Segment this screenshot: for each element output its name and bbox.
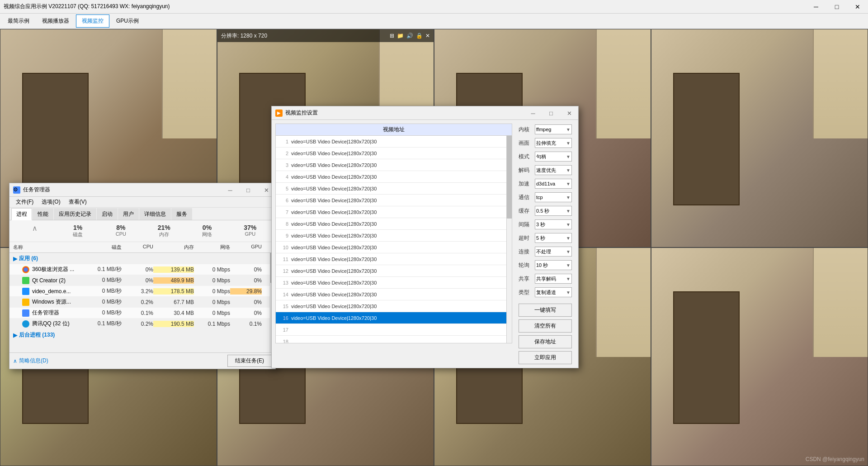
setting-select-render[interactable]: 拉伸填充 ▼ [535, 138, 572, 148]
save-address-button[interactable]: 保存地址 [519, 335, 572, 348]
tm-tab-app-history[interactable]: 应用历史记录 [54, 208, 96, 220]
tm-tab-services[interactable]: 服务 [171, 208, 192, 220]
table-header: 名称 磁盘 CPU 内存 网络 GPU [9, 242, 275, 253]
url-row-17[interactable]: 17 [276, 324, 512, 336]
setting-row-share: 共享 共享解码 ▼ [519, 273, 572, 285]
url-row-2[interactable]: 2 video=USB Video Device|1280x720|30 [276, 147, 512, 159]
col-cpu[interactable]: CPU [122, 244, 153, 251]
url-row-10[interactable]: 10 video=USB Video Device|1280x720|30 [276, 242, 512, 253]
close-button[interactable]: ✕ [847, 0, 868, 14]
col-disk[interactable]: 磁盘 [85, 244, 122, 251]
protocol-value: tcp [536, 195, 543, 200]
col-network[interactable]: 网络 [194, 244, 230, 251]
icon-close-video[interactable]: ✕ [425, 33, 430, 39]
poll-value: 10 秒 [536, 262, 548, 269]
url-row-8[interactable]: 8 video=USB Video Device|1280x720|30 [276, 218, 512, 230]
table-row[interactable]: 360极速浏览器 ... 0.1 MB/秒 0% 139.4 MB 0 Mbps… [9, 264, 275, 275]
url-row-7[interactable]: 7 video=USB Video Device|1280x720|30 [276, 206, 512, 218]
url-scrollbar[interactable] [506, 136, 512, 343]
table-row[interactable]: video_demo.e... 0 MB/秒 3.2% 178.5 MB 0 M… [9, 286, 275, 297]
setting-select-type[interactable]: 复制通道 ▼ [535, 287, 572, 297]
table-row[interactable]: Windows 资源... 0 MB/秒 0.2% 67.7 MB 0 Mbps… [9, 297, 275, 308]
explorer-label: Windows 资源... [32, 298, 71, 306]
setting-select-protocol[interactable]: tcp ▼ [535, 192, 572, 202]
url-table[interactable]: 1 video=USB Video Device|1280x720|30 2 v… [275, 135, 512, 343]
url-row-16[interactable]: 16 video=USB Video Device|1280x720|30 [276, 312, 512, 324]
video-cell-8[interactable] [651, 247, 868, 466]
tm-tab-users[interactable]: 用户 [118, 208, 139, 220]
url-row-14[interactable]: 14 video=USB Video Device|1280x720|30 [276, 289, 512, 300]
table-row[interactable]: Qt Creator (2) 0 MB/秒 0% 489.9 MB 0 Mbps… [9, 275, 275, 286]
url-row-12[interactable]: 12 video=USB Video Device|1280x720|30 [276, 265, 512, 277]
setting-select-interval[interactable]: 3 秒 ▼ [535, 219, 572, 229]
col-memory[interactable]: 内存 [153, 244, 194, 251]
stat-network: 0% 网络 [185, 223, 228, 239]
tm-tab-startup[interactable]: 启动 [97, 208, 118, 220]
dialog-close-button[interactable]: ✕ [560, 106, 578, 120]
cpu-value: 8% [101, 224, 141, 231]
tm-menu-file[interactable]: 文件(F) [12, 197, 37, 207]
setting-select-mode[interactable]: 句柄 ▼ [535, 152, 572, 162]
setting-select-share[interactable]: 共享解码 ▼ [535, 274, 572, 284]
tm-menu-view[interactable]: 查看(V) [65, 197, 90, 207]
cpu-label: CPU [101, 231, 141, 237]
url-scrollbar-thumb[interactable] [507, 136, 512, 219]
url-row-1[interactable]: 1 video=USB Video Device|1280x720|30 [276, 136, 512, 147]
video-cell-4[interactable] [651, 29, 868, 247]
memory-label: 内存 [144, 231, 184, 238]
tm-tab-performance[interactable]: 性能 [33, 208, 53, 220]
tab-gpu-example[interactable]: GPU示例 [110, 14, 145, 28]
icon-lock[interactable]: 🔒 [416, 33, 423, 39]
icon-folder[interactable]: 📁 [397, 33, 404, 39]
dialog-minimize-button[interactable]: ─ [524, 106, 542, 120]
url-row-13[interactable]: 13 video=USB Video Device|1280x720|30 [276, 277, 512, 289]
app-group-header[interactable]: ▶ 应用 (6) [9, 253, 275, 264]
maximize-button[interactable]: □ [826, 0, 847, 14]
tm-tab-process[interactable]: 进程 [11, 208, 32, 220]
url-row-5[interactable]: 5 video=USB Video Device|1280x720|30 [276, 183, 512, 195]
url-row-9[interactable]: 9 video=USB Video Device|1280x720|30 [276, 230, 512, 242]
col-gpu[interactable]: GPU [230, 244, 262, 251]
icon-sound[interactable]: 🔊 [406, 33, 413, 39]
gpu-value: 37% [231, 224, 270, 231]
setting-select-accel[interactable]: d3d11va ▼ [535, 179, 572, 189]
url-row-6[interactable]: 6 video=USB Video Device|1280x720|30 [276, 195, 512, 206]
tm-tab-details[interactable]: 详细信息 [139, 208, 171, 220]
url-row-11[interactable]: 11 video=USB Video Device|1280x720|30 [276, 253, 512, 265]
clear-all-button[interactable]: 清空所有 [519, 319, 572, 333]
url-row-18[interactable]: 18 [276, 336, 512, 343]
tm-maximize-button[interactable]: □ [239, 183, 257, 197]
process-scroll-area[interactable]: ▶ 应用 (6) 360极速浏览器 ... 0.1 MB/秒 0% 139.4 … [9, 253, 275, 352]
one-click-fill-button[interactable]: 一键填写 [519, 304, 572, 317]
chrome-cpu: 0% [122, 266, 153, 273]
setting-select-kernel[interactable]: ffmpeg ▼ [535, 124, 572, 134]
minimize-button[interactable]: ─ [806, 0, 826, 14]
tab-video-monitor[interactable]: 视频监控 [76, 14, 109, 28]
url-row-4[interactable]: 4 video=USB Video Device|1280x720|30 [276, 171, 512, 183]
table-row[interactable]: 任务管理器 0 MB/秒 0.1% 30.4 MB 0 Mbps 0% [9, 308, 275, 319]
tm-minimize-button[interactable]: ─ [221, 183, 239, 197]
task-manager-controls: ─ □ ✕ [221, 183, 275, 197]
url-num-10: 10 [278, 245, 288, 250]
icon-fullscreen[interactable]: ⊞ [390, 33, 394, 39]
tab-simple-example[interactable]: 最简示例 [2, 14, 35, 28]
col-name[interactable]: 名称 [13, 244, 85, 251]
setting-select-connect[interactable]: 不处理 ▼ [535, 247, 572, 257]
summary-link[interactable]: ∧ 简略信息(D) [13, 357, 48, 365]
tm-menu-options[interactable]: 选项(O) [38, 197, 64, 207]
setting-select-buffer[interactable]: 0.5 秒 ▼ [535, 206, 572, 216]
url-row-15[interactable]: 15 video=USB Video Device|1280x720|30 [276, 300, 512, 312]
table-row[interactable]: 腾讯QQ (32 位) 0.1 MB/秒 0.2% 190.5 MB 0.1 M… [9, 319, 275, 329]
url-row-3[interactable]: 3 video=USB Video Device|1280x720|30 [276, 159, 512, 171]
apply-button[interactable]: 立即应用 [519, 351, 572, 364]
task-manager-menu: 文件(F) 选项(O) 查看(V) [9, 197, 275, 208]
tab-video-player[interactable]: 视频播放器 [36, 14, 75, 28]
setting-select-decode[interactable]: 速度优先 ▼ [535, 165, 572, 175]
chrome-memory: 139.4 MB [153, 266, 194, 273]
dialog-maximize-button[interactable]: □ [542, 106, 560, 120]
end-task-button[interactable]: 结束任务(E) [227, 355, 272, 367]
bg-group-header[interactable]: ▶ 后台进程 (133) [9, 329, 275, 341]
setting-select-poll[interactable]: 10 秒 ▼ [535, 260, 572, 270]
url-num-17: 17 [278, 327, 288, 333]
setting-select-timeout[interactable]: 5 秒 ▼ [535, 233, 572, 243]
